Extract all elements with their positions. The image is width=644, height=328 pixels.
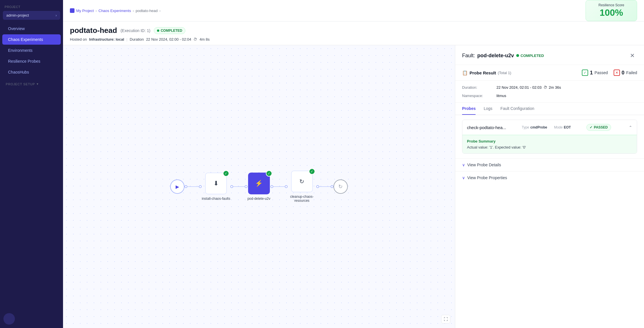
probe-mode: Mode EOT bbox=[554, 125, 571, 129]
namespace-info-label: Namespace: bbox=[462, 94, 496, 98]
node-start: ▶ bbox=[170, 179, 184, 194]
node-cleanup-label: cleanup-chaos-resources bbox=[288, 195, 316, 203]
fault-title: Fault: pod-delete-u2v COMPLETED bbox=[462, 53, 544, 59]
node-end: ↻ bbox=[333, 179, 348, 194]
probe-item-header: check-podtato-hea... Type cmdProbe Mode … bbox=[462, 120, 637, 135]
workflow-canvas: ▶ ⬇ ✓ install-chaos-faults bbox=[63, 45, 455, 328]
connector-dot-5 bbox=[270, 185, 273, 188]
fault-status-label: COMPLETED bbox=[521, 54, 544, 58]
breadcrumb-sep-3: › bbox=[159, 9, 160, 13]
meta-separator: | bbox=[126, 37, 127, 42]
sidebar-item-resilience-probes[interactable]: Resilience Probes bbox=[2, 56, 61, 66]
view-probe-properties[interactable]: ∨ View Probe Properties bbox=[455, 171, 644, 184]
breadcrumb-sep-2: › bbox=[133, 9, 134, 13]
resilience-score-value: 100% bbox=[592, 7, 631, 18]
type-label: Type bbox=[522, 125, 529, 129]
connector-dot-6 bbox=[285, 185, 288, 188]
probe-meta: Type cmdProbe Mode EOT bbox=[522, 125, 571, 129]
expand-icon-1: ∨ bbox=[462, 163, 465, 167]
clock-icon: ⏱ bbox=[193, 37, 197, 42]
check-icon-cleanup: ✓ bbox=[309, 168, 315, 175]
sidebar-item-chaos-experiments[interactable]: Chaos Experiments bbox=[2, 34, 61, 45]
probe-type: Type cmdProbe bbox=[522, 125, 547, 129]
breadcrumb-project[interactable]: My Project bbox=[76, 9, 94, 13]
sidebar: Project admin-project › Overview Chaos E… bbox=[0, 0, 63, 328]
passed-badge-label: PASSED bbox=[594, 125, 608, 129]
passed-count: 1 bbox=[590, 70, 593, 76]
connector-dot-3 bbox=[230, 185, 233, 188]
experiment-title: podtato-head bbox=[70, 26, 117, 35]
workflow-nodes: ▶ ⬇ ✓ install-chaos-faults bbox=[63, 45, 455, 328]
fault-label: Fault: bbox=[462, 53, 475, 59]
sidebar-item-chaoshubs[interactable]: ChaosHubs bbox=[2, 67, 61, 77]
probe-item: check-podtato-hea... Type cmdProbe Mode … bbox=[462, 120, 637, 154]
passed-stat: ✓ 1 Passed bbox=[582, 70, 608, 76]
connector-line-2 bbox=[233, 186, 245, 187]
status-dot bbox=[157, 29, 159, 32]
failed-label: Failed bbox=[626, 70, 637, 75]
probe-result-row: 📋 Probe Result (Total 1) ✓ 1 Passed ✕ 0 … bbox=[455, 65, 644, 81]
breadcrumb: My Project › Chaos Experiments › podtato… bbox=[70, 8, 161, 13]
project-icon bbox=[70, 8, 74, 13]
resilience-score-card: Resilience Score 100% bbox=[586, 0, 637, 21]
passed-label: Passed bbox=[594, 70, 608, 75]
connector-dot-2 bbox=[199, 185, 202, 188]
probe-summary-text: Actual value: '1'. Expected value: '0' bbox=[467, 145, 632, 149]
probe-chevron-icon[interactable]: ⌃ bbox=[629, 125, 632, 130]
infrastructure-label: Infrastructure: local bbox=[89, 37, 124, 42]
fail-icon: ✕ bbox=[614, 70, 620, 76]
view-probe-details[interactable]: ∨ View Probe Details bbox=[455, 158, 644, 171]
execution-id: (Execution ID: 1) bbox=[121, 28, 150, 33]
node-pod-delete-u2v[interactable]: ⚡ ✓ pod-delete-u2v bbox=[248, 173, 270, 201]
connector-dot-7 bbox=[316, 185, 319, 188]
mode-value: EOT bbox=[564, 125, 571, 129]
total-badge: (Total 1) bbox=[498, 71, 511, 75]
content-area: ▶ ⬇ ✓ install-chaos-faults bbox=[63, 45, 644, 328]
node-install-chaos-faults[interactable]: ⬇ ✓ install-chaos-faults bbox=[202, 173, 230, 201]
sidebar-item-overview[interactable]: Overview bbox=[2, 23, 61, 34]
end-icon: ↻ bbox=[338, 183, 343, 190]
breadcrumb-section[interactable]: Chaos Experiments bbox=[99, 9, 131, 13]
tab-probes[interactable]: Probes bbox=[462, 103, 476, 115]
node-fault-label: pod-delete-u2v bbox=[248, 197, 270, 201]
close-button[interactable]: ✕ bbox=[628, 51, 637, 60]
topbar: My Project › Chaos Experiments › podtato… bbox=[63, 0, 644, 21]
probe-name: check-podtato-hea... bbox=[467, 125, 506, 130]
connector-dot-8 bbox=[331, 185, 333, 188]
chevron-down-icon: ▾ bbox=[37, 82, 39, 86]
duration-info-label: Duration: bbox=[462, 85, 496, 90]
experiment-meta: Hosted on Infrastructure: local | Durati… bbox=[70, 37, 637, 42]
expand-icon-2: ∨ bbox=[462, 175, 465, 180]
check-icon-install: ✓ bbox=[223, 170, 229, 177]
project-selector[interactable]: admin-project › bbox=[3, 11, 60, 20]
sidebar-bottom bbox=[0, 88, 63, 328]
info-grid: Duration: 22 Nov 2024, 02:01 - 02:03 ⏱ 2… bbox=[455, 81, 644, 103]
node-cleanup[interactable]: ↻ ✓ cleanup-chaos-resources bbox=[288, 171, 316, 203]
connector-dot-1 bbox=[184, 185, 187, 188]
sidebar-item-environments[interactable]: Environments bbox=[2, 45, 61, 56]
probe-details-label: View Probe Details bbox=[467, 163, 501, 167]
tab-fault-configuration[interactable]: Fault Configuration bbox=[500, 103, 534, 115]
duration-label: Duration bbox=[130, 37, 144, 42]
failed-count: 0 bbox=[622, 70, 625, 76]
status-label: COMPLETED bbox=[161, 29, 182, 33]
project-name: admin-project bbox=[6, 13, 29, 17]
project-setup-label[interactable]: PROJECT SETUP ▾ bbox=[0, 78, 63, 88]
chevron-right-icon: › bbox=[56, 13, 57, 17]
duration-info-value: 22 Nov 2024, 02:01 - 02:03 ⏱ 2m 36s bbox=[496, 85, 637, 90]
fault-icon: ⚡ bbox=[255, 180, 263, 187]
fault-status-dot bbox=[516, 54, 519, 57]
check-icon-fault: ✓ bbox=[266, 170, 272, 177]
fullscreen-button[interactable]: ⛶ bbox=[441, 315, 450, 323]
play-icon: ▶ bbox=[176, 184, 179, 189]
duration-time: 4m 8s bbox=[199, 37, 209, 42]
namespace-info-value: litmus bbox=[496, 94, 637, 98]
failed-stat: ✕ 0 Failed bbox=[614, 70, 637, 76]
breadcrumb-item: podtato-head bbox=[136, 9, 158, 13]
refresh-icon: ↻ bbox=[299, 178, 304, 185]
fault-completed-badge: COMPLETED bbox=[516, 54, 544, 58]
tab-logs[interactable]: Logs bbox=[484, 103, 492, 115]
sidebar-project-label: Project bbox=[0, 0, 63, 10]
node-install-label: install-chaos-faults bbox=[202, 197, 230, 201]
resilience-score-label: Resilience Score bbox=[592, 3, 631, 7]
